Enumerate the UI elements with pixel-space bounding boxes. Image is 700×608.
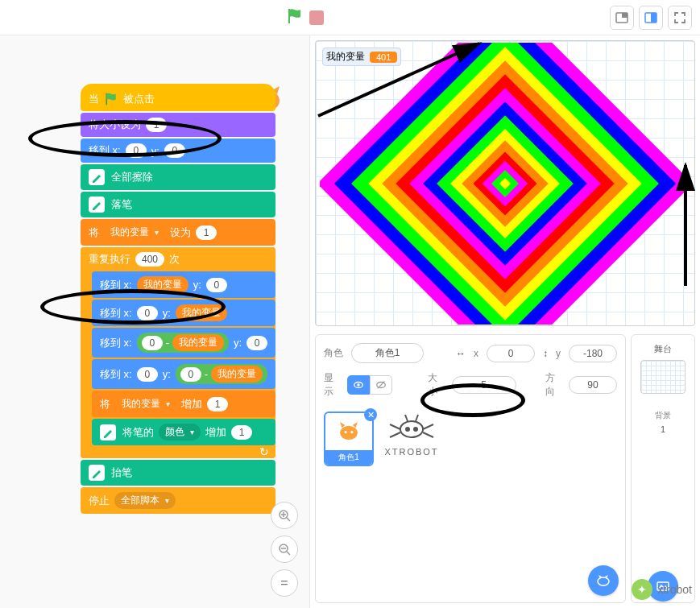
hide-button[interactable]: [370, 375, 392, 395]
block-change-pen-color[interactable]: 将笔的 颜色 增加 1: [92, 419, 275, 445]
variable-reporter[interactable]: 我的变量: [172, 334, 224, 351]
svg-point-35: [400, 421, 423, 437]
block-pen-down[interactable]: 落笔: [81, 192, 275, 217]
variable-dropdown[interactable]: 我的变量: [115, 395, 176, 412]
annotation-arrow: [310, 35, 697, 127]
block-input[interactable]: 400: [135, 252, 164, 267]
green-flag-icon[interactable]: [287, 7, 303, 28]
block-input[interactable]: 0: [246, 336, 267, 350]
small-stage-button[interactable]: [610, 6, 634, 30]
variable-dropdown[interactable]: 我的变量: [104, 224, 165, 241]
svg-line-38: [405, 415, 408, 421]
script-area[interactable]: 当 被点击 将大小设为 1 移到 x: 0 y: 0 全部擦除 落笔: [0, 35, 310, 608]
watermark-text: xtrobot: [657, 583, 692, 596]
block-input[interactable]: 0: [180, 367, 201, 382]
fullscreen-button[interactable]: [668, 6, 692, 30]
block-input[interactable]: 1: [196, 225, 217, 240]
sprite-y-input[interactable]: -180: [569, 345, 617, 362]
stop-dropdown[interactable]: 全部脚本: [114, 492, 176, 509]
block-input[interactable]: 1: [207, 397, 228, 412]
annotation-arrow: [653, 157, 700, 297]
block-input[interactable]: 0: [126, 143, 147, 158]
operator-subtract[interactable]: 0 - 我的变量: [137, 333, 229, 353]
block-text: 落笔: [111, 197, 132, 212]
show-button[interactable]: [347, 375, 370, 395]
block-text: 当: [89, 92, 99, 106]
sprite-info-panel: 角色 角色1 ↔ x 0 ↕ y -180 显示: [315, 334, 626, 603]
block-text: 设为: [170, 225, 191, 240]
block-text: 移到 x:: [100, 336, 132, 350]
delete-sprite-icon[interactable]: ✕: [364, 408, 377, 421]
stop-icon[interactable]: [309, 10, 324, 25]
pen-color-dropdown[interactable]: 颜色: [159, 424, 201, 440]
block-goto-xy[interactable]: 移到 x: 我的变量 y: 0: [92, 271, 275, 298]
variable-reporter[interactable]: 我的变量: [176, 304, 227, 321]
block-text: y:: [151, 145, 159, 157]
svg-line-42: [423, 424, 433, 429]
variable-reporter[interactable]: 我的变量: [211, 366, 263, 383]
block-change-variable[interactable]: 将 我的变量 增加 1: [92, 391, 275, 417]
zoom-reset-button[interactable]: =: [271, 569, 298, 597]
sprite-direction-input[interactable]: 90: [569, 376, 617, 394]
xtrobot-logo: XTROBOT: [383, 412, 440, 457]
block-text: 将笔的: [122, 425, 154, 440]
block-input[interactable]: 0: [137, 367, 158, 382]
block-text: y:: [193, 279, 201, 291]
block-stop[interactable]: 停止 全部脚本: [81, 487, 275, 514]
svg-line-26: [318, 43, 479, 116]
minus-icon: -: [205, 368, 208, 380]
block-pen-up[interactable]: 抬笔: [81, 460, 275, 486]
add-sprite-button[interactable]: [588, 565, 619, 596]
block-goto-xy[interactable]: 移到 x: 0 - 我的变量 y: 0: [92, 328, 275, 358]
large-stage-button[interactable]: [639, 6, 663, 30]
block-goto-xy[interactable]: 移到 x: 0 y: 我的变量: [92, 300, 275, 326]
block-text: 将: [89, 225, 99, 240]
svg-point-34: [350, 431, 353, 433]
flag-icon: [104, 92, 118, 106]
view-mode-buttons: [610, 6, 700, 30]
block-input[interactable]: 0: [142, 336, 163, 350]
zoom-out-button[interactable]: [271, 536, 298, 563]
block-text: 将: [100, 397, 110, 412]
block-goto-xy[interactable]: 移到 x: 0 y: 0: [81, 139, 275, 163]
block-text: y:: [163, 368, 171, 380]
variable-reporter[interactable]: 我的变量: [137, 276, 188, 293]
stage-thumbnail[interactable]: [640, 360, 686, 394]
label: 方向: [545, 371, 561, 399]
block-set-variable[interactable]: 将 我的变量 设为 1: [81, 219, 275, 246]
sprite-x-input[interactable]: 0: [487, 345, 535, 362]
block-input[interactable]: 0: [206, 278, 227, 292]
block-input[interactable]: 1: [231, 425, 252, 440]
xtrobot-label: XTROBOT: [384, 447, 438, 457]
block-input[interactable]: 0: [164, 143, 185, 158]
block-text: 增加: [205, 425, 226, 440]
block-input[interactable]: 0: [137, 306, 158, 321]
sprite-name-input[interactable]: 角色1: [351, 343, 424, 363]
block-stack[interactable]: 当 被点击 将大小设为 1 移到 x: 0 y: 0 全部擦除 落笔: [81, 84, 275, 515]
xy-icon: ↔: [456, 348, 466, 359]
block-repeat[interactable]: 重复执行 400 次 移到 x: 我的变量 y: 0 移到 x: 0 y:: [81, 247, 275, 458]
block-input[interactable]: 1: [146, 118, 167, 132]
label: x: [474, 348, 478, 359]
zoom-in-button[interactable]: [271, 502, 298, 529]
block-text: 移到 x:: [100, 367, 132, 382]
wechat-icon: ✦: [632, 579, 652, 600]
sprite-list: ✕ 角色1 XTROBOT: [324, 412, 617, 466]
block-text: 移到 x:: [100, 306, 132, 321]
sprite-size-input[interactable]: 5: [452, 376, 516, 394]
watermark: ✦ xtrobot: [632, 579, 692, 600]
block-goto-xy[interactable]: 移到 x: 0 y: 0 - 我的变量: [92, 359, 275, 389]
svg-line-40: [390, 424, 400, 429]
block-text: 将大小设为: [89, 118, 141, 132]
block-when-flag-clicked[interactable]: 当 被点击: [81, 84, 275, 111]
block-text: 移到 x:: [100, 278, 132, 292]
block-set-size[interactable]: 将大小设为 1: [81, 113, 275, 137]
operator-subtract[interactable]: 0 - 我的变量: [176, 364, 267, 384]
block-erase-all[interactable]: 全部擦除: [81, 164, 275, 190]
block-text: 抬笔: [111, 465, 132, 480]
stage-selector-panel[interactable]: 舞台 背景 1: [631, 334, 695, 603]
svg-point-36: [406, 428, 409, 431]
sprite-thumbnail[interactable]: ✕ 角色1: [324, 412, 374, 466]
svg-line-41: [390, 432, 400, 437]
backdrop-count: 1: [661, 424, 665, 434]
